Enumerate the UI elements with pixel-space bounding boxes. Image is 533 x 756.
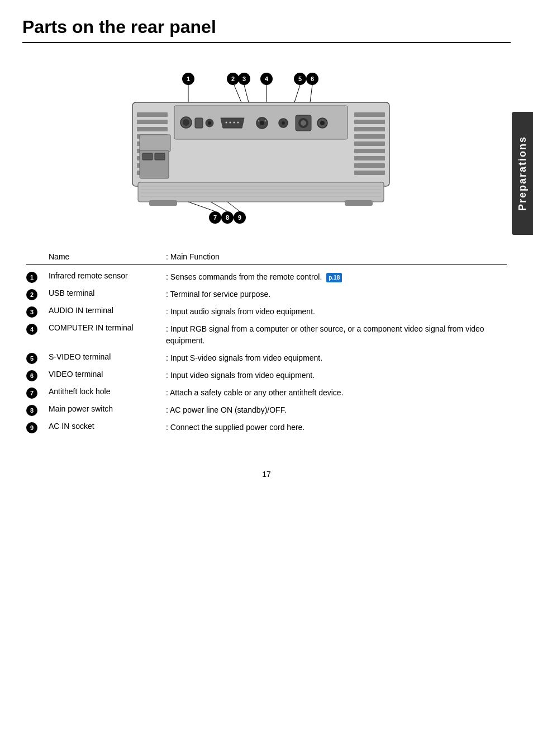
row-num-4: 4 (26, 323, 49, 335)
row-name-6: VIDEO terminal (49, 370, 166, 379)
svg-rect-20 (137, 120, 168, 124)
table-row: 9 AC IN socket : Connect the supplied po… (26, 419, 507, 436)
table-row: 1 Infrared remote sensor : Senses comman… (26, 268, 507, 286)
table-row: 3 AUDIO IN terminal : Input audio signal… (26, 303, 507, 320)
svg-line-14 (244, 85, 249, 102)
row-name-4: COMPUTER IN terminal (49, 323, 166, 332)
svg-point-52 (265, 120, 266, 122)
svg-point-48 (237, 122, 239, 124)
svg-rect-21 (137, 127, 168, 131)
svg-rect-30 (354, 127, 385, 131)
svg-line-78 (227, 202, 240, 211)
header-name-col: Name (49, 252, 166, 261)
row-func-1: : Senses commands from the remote contro… (166, 271, 507, 283)
table-header: Name : Main Function (26, 252, 507, 265)
svg-rect-65 (149, 200, 177, 206)
header-func-col: : Main Function (166, 252, 507, 261)
row-num-9: 9 (26, 422, 49, 433)
num-badge-6: 6 (26, 370, 37, 381)
row-func-3: : Input audio signals from video equipme… (166, 306, 507, 318)
svg-rect-38 (140, 135, 170, 152)
svg-text:9: 9 (238, 214, 241, 221)
svg-line-76 (188, 202, 215, 211)
row-func-2: : Terminal for service purpose. (166, 289, 507, 300)
svg-text:3: 3 (242, 75, 246, 82)
row-func-7: : Attach a safety cable or any other ant… (166, 387, 507, 399)
table-row: 4 COMPUTER IN terminal : Input RGB signa… (26, 320, 507, 349)
num-badge-2: 2 (26, 289, 37, 300)
projector-svg: 1 2 3 4 5 6 (77, 62, 445, 230)
page-ref-badge-1[interactable]: p.18 (326, 273, 342, 282)
svg-point-59 (320, 121, 325, 125)
header-num-col (26, 252, 49, 261)
page-container: Preparations Parts on the rear panel 1 2… (0, 0, 533, 756)
svg-text:1: 1 (187, 75, 190, 82)
table-row: 7 Antitheft lock hole : Attach a safety … (26, 384, 507, 401)
svg-rect-66 (345, 200, 373, 206)
row-name-2: USB terminal (49, 289, 166, 297)
svg-rect-32 (354, 141, 385, 146)
svg-line-17 (310, 85, 312, 102)
svg-rect-19 (137, 112, 168, 117)
svg-line-16 (294, 85, 300, 102)
row-name-8: Main power switch (49, 404, 166, 413)
row-num-3: 3 (26, 306, 49, 318)
row-num-8: 8 (26, 404, 49, 416)
diagram-area: 1 2 3 4 5 6 (22, 56, 511, 235)
svg-rect-60 (138, 182, 384, 202)
svg-text:4: 4 (265, 75, 269, 82)
table-row: 8 Main power switch : AC power line ON (… (26, 401, 507, 419)
svg-rect-31 (354, 134, 385, 139)
num-badge-1: 1 (26, 272, 37, 283)
svg-rect-33 (354, 149, 385, 153)
svg-marker-44 (221, 118, 244, 128)
projector-diagram: 1 2 3 4 5 6 (77, 62, 456, 230)
svg-text:5: 5 (298, 75, 302, 82)
row-name-5: S-VIDEO terminal (49, 352, 166, 361)
svg-point-50 (260, 121, 264, 125)
row-func-text-1: : Senses commands from the remote contro… (166, 272, 322, 281)
row-func-8: : AC power line ON (standby)/OFF. (166, 404, 507, 416)
page-number: 17 (22, 470, 511, 479)
row-name-9: AC IN socket (49, 422, 166, 431)
svg-rect-36 (354, 171, 385, 175)
row-num-1: 1 (26, 271, 49, 283)
svg-point-43 (208, 121, 211, 125)
row-func-4: : Input RGB signal from a computer or ot… (166, 323, 507, 347)
row-func-6: : Input video signals from video equipme… (166, 370, 507, 381)
num-badge-9: 9 (26, 422, 37, 433)
svg-line-13 (234, 85, 241, 102)
svg-rect-69 (155, 153, 165, 160)
svg-line-77 (211, 202, 227, 211)
row-num-2: 2 (26, 289, 49, 300)
svg-rect-28 (354, 112, 385, 117)
table-row: 5 S-VIDEO terminal : Input S-video signa… (26, 349, 507, 367)
svg-text:7: 7 (213, 214, 217, 221)
row-num-7: 7 (26, 387, 49, 399)
svg-rect-68 (142, 153, 153, 160)
svg-point-51 (258, 120, 260, 122)
sidebar-tab: Preparations (512, 112, 533, 235)
row-num-5: 5 (26, 352, 49, 364)
row-func-5: : Input S-video signals from video equip… (166, 352, 507, 364)
table-row: 2 USB terminal : Terminal for service pu… (26, 286, 507, 303)
svg-text:2: 2 (231, 75, 235, 82)
svg-text:8: 8 (226, 214, 229, 221)
row-func-9: : Connect the supplied power cord here. (166, 422, 507, 433)
num-badge-8: 8 (26, 405, 37, 416)
svg-point-57 (301, 120, 306, 126)
row-name-1: Infrared remote sensor (49, 271, 166, 280)
sidebar-label: Preparations (517, 136, 529, 211)
svg-point-46 (230, 122, 231, 124)
svg-point-45 (226, 122, 227, 124)
parts-table: Name : Main Function 1 Infrared remote s… (26, 252, 507, 436)
num-badge-4: 4 (26, 324, 37, 335)
row-name-7: Antitheft lock hole (49, 387, 166, 396)
svg-rect-35 (354, 163, 385, 168)
table-row: 6 VIDEO terminal : Input video signals f… (26, 367, 507, 384)
row-name-3: AUDIO IN terminal (49, 306, 166, 315)
svg-point-47 (234, 122, 235, 124)
svg-point-40 (183, 119, 189, 126)
num-badge-5: 5 (26, 353, 37, 364)
svg-point-54 (282, 121, 285, 125)
